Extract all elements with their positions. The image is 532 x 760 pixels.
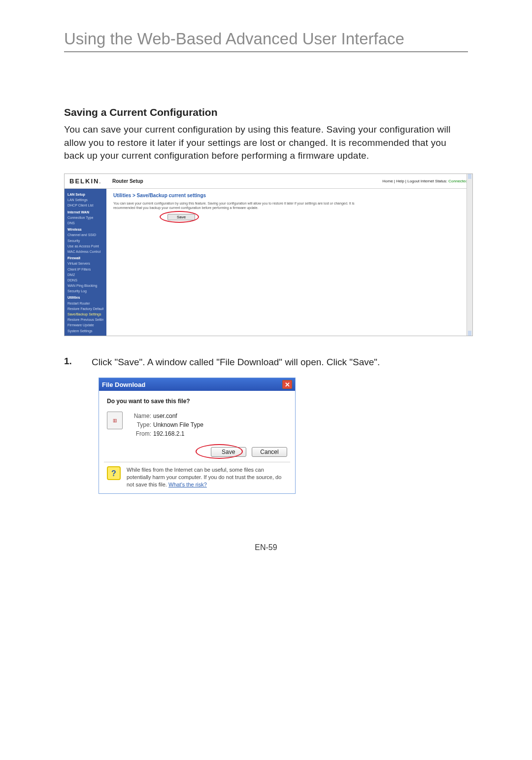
dialog-titlebar: File Download ✕: [99, 378, 295, 391]
step-number: 1.: [64, 356, 78, 369]
breadcrumb: Utilities > Save/Backup current settings: [113, 193, 466, 198]
sidebar-item[interactable]: Internet WAN: [67, 209, 103, 215]
step-text: Click "Save". A window called "File Down…: [92, 356, 380, 369]
sidebar-item[interactable]: DDNS: [67, 277, 103, 283]
router-header: BELKIN. Router Setup Home | Help | Logou…: [65, 174, 472, 189]
sidebar-item[interactable]: Utilities: [67, 295, 103, 300]
dialog-title: File Download: [102, 381, 145, 388]
sidebar-item[interactable]: Restore Factory Default: [67, 306, 103, 311]
scrollbar[interactable]: [466, 174, 472, 336]
file-download-dialog: File Download ✕ Do you want to save this…: [99, 378, 296, 494]
sidebar-item[interactable]: Save/Backup Settings: [67, 311, 103, 317]
sidebar-item[interactable]: MAC Address Control: [67, 249, 103, 254]
step-1: 1. Click "Save". A window called "File D…: [64, 356, 468, 369]
shield-question-icon: ?: [107, 466, 121, 480]
sidebar-item[interactable]: Channel and SSID: [67, 232, 103, 238]
sidebar-item[interactable]: Connection Type: [67, 215, 103, 220]
sidebar-item[interactable]: System Settings: [67, 328, 103, 334]
save-button[interactable]: Save: [167, 214, 195, 220]
router-sidebar[interactable]: LAN SetupLAN SettingsDHCP Client ListInt…: [65, 189, 106, 336]
section-heading: Saving a Current Configuration: [64, 106, 468, 118]
sidebar-item[interactable]: Security Log: [67, 288, 103, 294]
sidebar-item[interactable]: LAN Setup: [67, 192, 103, 197]
sidebar-item[interactable]: DHCP Client List: [67, 203, 103, 208]
dialog-cancel-button[interactable]: Cancel: [252, 447, 287, 457]
router-header-links[interactable]: Home | Help | Logout Internet Status: Co…: [382, 179, 467, 183]
close-icon[interactable]: ✕: [282, 380, 292, 389]
router-screenshot: BELKIN. Router Setup Home | Help | Logou…: [64, 173, 473, 336]
dialog-save-button[interactable]: Save: [211, 447, 246, 457]
sidebar-item[interactable]: DNS: [67, 220, 103, 226]
page-title: Using the Web-Based Advanced User Interf…: [64, 30, 468, 52]
router-description: You can save your current configuration …: [113, 201, 360, 210]
whats-the-risk-link[interactable]: What's the risk?: [168, 482, 207, 487]
sidebar-item[interactable]: WAN Ping Blocking: [67, 283, 103, 288]
sidebar-item[interactable]: Client IP Filters: [67, 267, 103, 272]
file-name: user.conf: [153, 413, 177, 419]
file-icon: ▥: [107, 412, 123, 429]
sidebar-item[interactable]: Wireless: [67, 227, 103, 232]
brand-logo: BELKIN.: [69, 177, 101, 185]
router-main: Utilities > Save/Backup current settings…: [106, 189, 472, 336]
dialog-question: Do you want to save this file?: [107, 398, 287, 405]
sidebar-item[interactable]: Virtual Servers: [67, 261, 103, 266]
page-footer: EN-59: [64, 543, 468, 552]
file-type: Unknown File Type: [153, 421, 203, 428]
divider: [104, 462, 290, 462]
sidebar-item[interactable]: DMZ: [67, 272, 103, 277]
sidebar-item[interactable]: Use as Access Point: [67, 243, 103, 249]
sidebar-item[interactable]: Restore Previous Settings: [67, 317, 103, 322]
sidebar-item[interactable]: LAN Settings: [67, 197, 103, 203]
section-body: You can save your current configuration …: [64, 123, 468, 163]
sidebar-item[interactable]: Firmware Update: [67, 322, 103, 328]
sidebar-item[interactable]: Restart Router: [67, 301, 103, 306]
sidebar-item[interactable]: Security: [67, 238, 103, 243]
dialog-warning: ? While files from the Internet can be u…: [107, 466, 287, 488]
document-page: Using the Web-Based Advanced User Interf…: [0, 0, 532, 552]
file-meta: Name:user.conf Type:Unknown File Type Fr…: [130, 412, 203, 438]
sidebar-item[interactable]: Firewall: [67, 255, 103, 261]
file-from: 192.168.2.1: [153, 430, 184, 437]
status-value: Connected: [448, 179, 467, 183]
router-header-title: Router Setup: [112, 178, 143, 184]
